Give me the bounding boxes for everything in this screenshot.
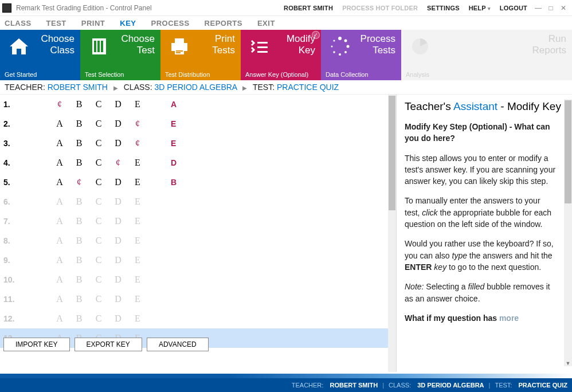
bubble-e[interactable]: E (133, 99, 142, 109)
bubble-e[interactable]: E (133, 197, 142, 207)
bubble-e[interactable]: ¢ (133, 119, 142, 129)
scrollbar-thumb[interactable] (565, 100, 571, 203)
bubble-c[interactable]: C (94, 177, 103, 187)
menu-key[interactable]: KEY (120, 19, 136, 28)
bubble-e[interactable]: E (133, 158, 142, 168)
scroll-down-icon[interactable]: ▼ (564, 360, 572, 366)
bubble-b[interactable]: B (75, 158, 84, 168)
bubble-c[interactable]: C (94, 216, 103, 226)
bubble-d[interactable]: D (113, 275, 123, 285)
bubble-c[interactable]: C (94, 138, 103, 148)
tile-choose-test[interactable]: ChooseTest Test Selection (80, 30, 160, 80)
question-row[interactable]: 5.A¢CDEB (0, 173, 388, 192)
bubble-a[interactable]: A (55, 177, 64, 187)
bubble-e[interactable]: E (133, 216, 142, 226)
question-row[interactable]: 3.ABCD¢E (0, 134, 388, 153)
scrollbar-vertical[interactable] (388, 95, 396, 372)
close-button[interactable]: ✕ (557, 4, 570, 12)
bubble-c[interactable]: C (94, 236, 103, 246)
bubble-d[interactable]: D (113, 138, 123, 148)
bubble-b[interactable]: B (75, 236, 84, 246)
bubble-a[interactable]: A (55, 119, 64, 129)
minimize-button[interactable]: — (532, 4, 544, 12)
question-row[interactable]: 6.ABCDE (0, 192, 388, 211)
question-row[interactable]: 4.ABC¢ED (0, 153, 388, 173)
bubble-c[interactable]: C (94, 158, 103, 168)
help-menu[interactable]: HELP (469, 5, 491, 11)
bubble-d[interactable]: D (113, 255, 123, 265)
bubble-c[interactable]: C (94, 255, 103, 265)
logout-link[interactable]: LOGOUT (500, 5, 527, 11)
bubble-b[interactable]: B (75, 294, 84, 304)
question-row[interactable]: 10.ABCDE (0, 270, 388, 289)
maximize-button[interactable]: □ (544, 4, 557, 12)
bubble-a[interactable]: A (55, 294, 64, 304)
bubble-a[interactable]: A (55, 158, 64, 168)
bubble-d[interactable]: D (113, 119, 123, 129)
bubble-a[interactable]: A (55, 216, 64, 226)
bubble-d[interactable]: D (113, 197, 123, 207)
bubble-a[interactable]: A (55, 236, 64, 246)
question-row[interactable]: 11.ABCDE (0, 289, 388, 309)
menu-print[interactable]: PRINT (81, 19, 105, 28)
bubble-a[interactable]: A (55, 275, 64, 285)
bubble-d[interactable]: ¢ (113, 158, 123, 168)
question-row[interactable]: 9.ABCDE (0, 250, 388, 270)
advanced-button[interactable]: ADVANCED (147, 338, 209, 351)
bubble-d[interactable]: D (113, 99, 123, 109)
bubble-d[interactable]: D (113, 294, 123, 304)
menu-process[interactable]: PROCESS (151, 19, 190, 28)
tile-choose-class[interactable]: ChooseClass Get Started (0, 30, 80, 80)
import-key-button[interactable]: IMPORT KEY (3, 338, 70, 351)
settings-link[interactable]: SETTINGS (427, 5, 460, 11)
bubble-d[interactable]: D (113, 236, 123, 246)
export-key-button[interactable]: EXPORT KEY (75, 338, 142, 351)
bubble-b[interactable]: B (75, 119, 84, 129)
bubble-b[interactable]: B (75, 313, 84, 324)
question-row[interactable]: 7.ABCDE (0, 211, 388, 231)
bubble-c[interactable]: C (94, 99, 103, 109)
menu-class[interactable]: CLASS (5, 19, 32, 28)
breadcrumb-class[interactable]: 3D PERIOD ALGEBRA (154, 83, 237, 92)
bubble-e[interactable]: E (133, 313, 142, 324)
bubble-a[interactable]: A (55, 313, 64, 324)
bubble-a[interactable]: A (55, 255, 64, 265)
bubble-e[interactable]: E (133, 177, 142, 187)
question-row[interactable]: 12.ABCDE (0, 309, 388, 328)
bubble-c[interactable]: C (94, 294, 103, 304)
question-row[interactable]: 1.¢BCDEA (0, 95, 388, 114)
breadcrumb-test[interactable]: PRACTICE QUIZ (277, 83, 339, 92)
more-link[interactable]: more (499, 313, 519, 323)
hotfolder-link[interactable]: PROCESS HOT FOLDER (342, 5, 418, 11)
user-link[interactable]: ROBERT SMITH (284, 5, 333, 11)
bubble-e[interactable]: ¢ (133, 138, 142, 148)
scrollbar-vertical[interactable]: ▲ ▼ (564, 99, 572, 366)
tile-print-tests[interactable]: PrintTests Test Distribution (160, 30, 241, 80)
bubble-c[interactable]: C (94, 119, 103, 129)
breadcrumb-teacher[interactable]: ROBERT SMITH (48, 83, 108, 92)
scrollbar-thumb[interactable] (389, 96, 395, 210)
bubble-b[interactable]: B (75, 99, 84, 109)
bubble-e[interactable]: E (133, 236, 142, 246)
bubble-a[interactable]: A (55, 138, 64, 148)
bubble-e[interactable]: E (133, 275, 142, 285)
bubble-e[interactable]: E (133, 255, 142, 265)
bubble-a[interactable]: A (55, 197, 64, 207)
question-row[interactable]: 2.ABCD¢E (0, 114, 388, 134)
tile-process-tests[interactable]: ProcessTests Data Collection (321, 30, 401, 80)
bubble-b[interactable]: B (75, 255, 84, 265)
bubble-c[interactable]: C (94, 313, 103, 324)
bubble-b[interactable]: B (75, 138, 84, 148)
bubble-d[interactable]: D (113, 313, 123, 324)
bubble-a[interactable]: ¢ (55, 99, 64, 109)
menu-exit[interactable]: EXIT (257, 19, 275, 28)
bubble-b[interactable]: B (75, 216, 84, 226)
bubble-b[interactable]: B (75, 275, 84, 285)
bubble-b[interactable]: B (75, 197, 84, 207)
bubble-c[interactable]: C (94, 275, 103, 285)
bubble-d[interactable]: D (113, 216, 123, 226)
assistant-link[interactable]: Assistant (453, 100, 497, 112)
menu-reports[interactable]: REPORTS (205, 19, 242, 28)
question-row[interactable]: 8.ABCDE (0, 231, 388, 250)
tile-modify-key[interactable]: ✓ ModifyKey Answer Key (Optional) (241, 30, 321, 80)
